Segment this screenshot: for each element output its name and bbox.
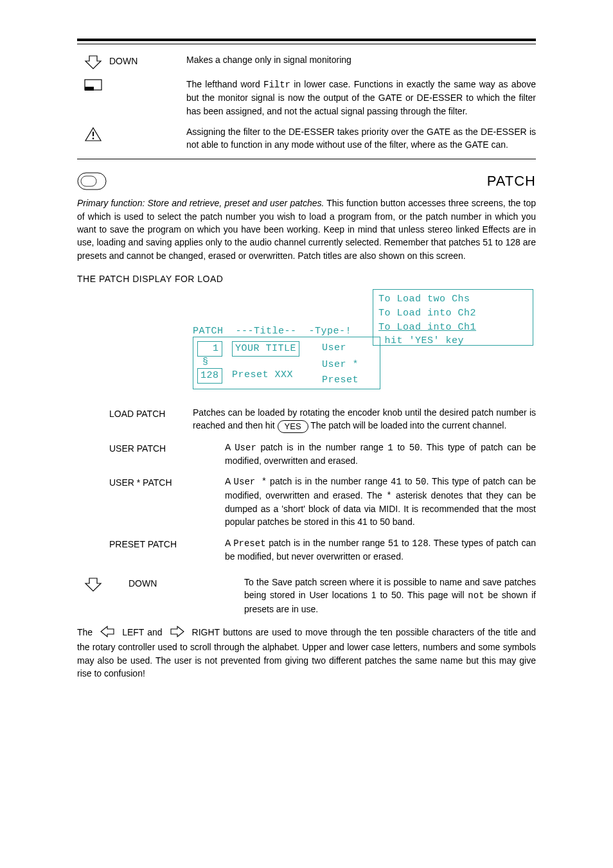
rule-thick (77, 39, 536, 41)
row-down2: DOWN To the Save patch screen where it i… (77, 576, 536, 616)
lcd-row2-num: 128 (197, 368, 222, 384)
lcd-row1-title: YOUR TITLE (232, 341, 299, 357)
lcd-side4: hit 'YES' key (378, 334, 528, 348)
row-userstar-patch: USER * PATCH A User * patch is in the nu… (77, 475, 536, 528)
row-user-patch: USER PATCH A User patch is in the number… (77, 441, 536, 468)
lcd-side-box: To Load two Chs To Load into Ch2 To Load… (373, 289, 533, 346)
lcd-display: PATCH ---Title-- -Type-! 1 YOUR TITLE Us… (193, 289, 536, 391)
userstar-text: A User * patch is in the number range 41… (225, 475, 536, 528)
filtr-spacer (109, 78, 186, 79)
rule-mid (77, 159, 536, 159)
svg-point-3 (93, 137, 94, 139)
nav-paragraph: The LEFT and RIGHT buttons are used to m… (77, 626, 536, 680)
down2-icon (77, 576, 109, 592)
lcd-row1-type: User (322, 341, 346, 355)
load-patch-text: Patches can be loaded by rotating the en… (193, 406, 536, 433)
left-arrow-icon (100, 626, 115, 641)
load-b: The patch will be loaded into the curren… (310, 420, 506, 430)
down-text: Makes a change only in signal monitoring (186, 53, 536, 66)
lcd-side3: To Load into Ch1 (378, 321, 528, 335)
warning-icon (77, 125, 109, 142)
lcd-row2-title: Preset XXX (232, 368, 293, 382)
right-arrow-icon (170, 626, 185, 641)
patch-button-icon (77, 172, 107, 193)
svg-rect-5 (81, 176, 96, 186)
lcd-row1-num: 1 (197, 341, 222, 357)
filtr-word: Filtr (263, 80, 290, 90)
yes-button[interactable]: YES (278, 420, 308, 433)
svg-rect-1 (85, 87, 94, 91)
userstar-label: USER * PATCH (109, 475, 225, 489)
lcd-side2: To Load into Ch2 (378, 306, 528, 321)
patch-header-row: PATCH (77, 168, 536, 197)
down2-label: DOWN (109, 576, 244, 590)
warn-spacer (109, 125, 186, 127)
row-down: DOWN Makes a change only in signal monit… (77, 53, 536, 70)
user-patch-label: USER PATCH (109, 441, 225, 455)
user-patch-text: A User patch is in the number range 1 to… (225, 441, 536, 468)
patch-intro: Primary function: Store and retrieve, pr… (77, 197, 536, 261)
rule-thin (77, 44, 536, 44)
down2-text: To the Save patch screen where it is pos… (244, 576, 536, 616)
lcd-row2-type2: Preset (322, 373, 359, 387)
row-filtr: The lefthand word Filtr in lower case. F… (77, 78, 536, 118)
patch-lead: Primary function: Store and retrieve, pr… (77, 198, 324, 208)
warn-text: Assigning the filter to the DE-ESSER tak… (186, 125, 536, 152)
down-label: DOWN (109, 53, 186, 67)
preset-text: A Preset patch is in the number range 51… (225, 536, 536, 563)
lcd-row2-type1: User * (322, 358, 359, 372)
filtr-text: The lefthand word Filtr in lower case. F… (186, 78, 536, 118)
filtr-a: The lefthand word (186, 79, 263, 89)
row-preset-patch: PRESET PATCH A Preset patch is in the nu… (77, 536, 536, 563)
patch-title: PATCH (487, 171, 536, 191)
row-warning: Assigning the filter to the DE-ESSER tak… (77, 125, 536, 152)
load-heading: THE PATCH DISPLAY FOR LOAD (77, 272, 536, 285)
down-icon (77, 53, 109, 70)
load-patch-label: LOAD PATCH (109, 406, 193, 420)
lcd-side1: To Load two Chs (378, 292, 528, 306)
screen-icon (77, 78, 109, 92)
row-load-patch: LOAD PATCH Patches can be loaded by rota… (77, 406, 536, 433)
preset-label: PRESET PATCH (109, 536, 225, 551)
svg-rect-4 (78, 173, 106, 190)
